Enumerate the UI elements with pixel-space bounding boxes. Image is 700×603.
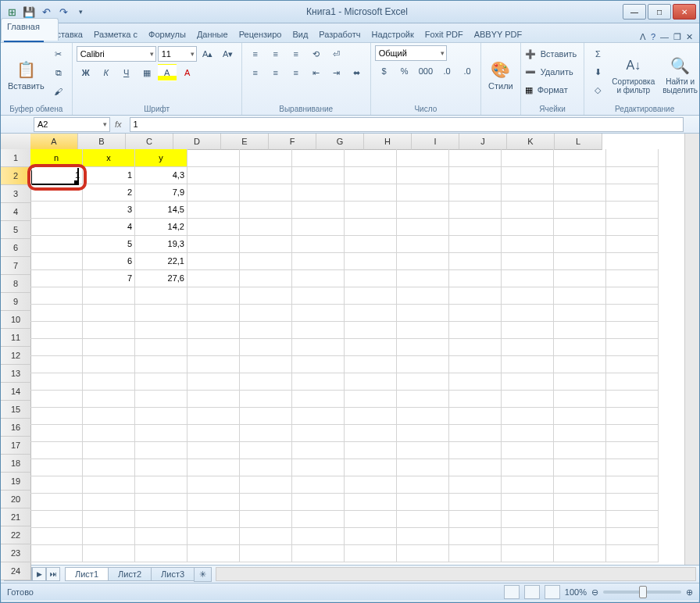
cell[interactable] [292, 390, 345, 408]
cell[interactable] [397, 510, 449, 528]
cell[interactable] [188, 441, 240, 459]
cell[interactable] [397, 149, 449, 167]
autosum-button[interactable]: Σ [588, 45, 607, 62]
cell[interactable] [345, 544, 397, 562]
cell[interactable] [30, 304, 83, 322]
cell[interactable] [554, 544, 606, 562]
border-button[interactable]: ▦ [138, 64, 156, 81]
format-painter-button[interactable]: 🖌 [49, 83, 68, 100]
cell[interactable] [345, 458, 397, 476]
cell[interactable] [188, 373, 240, 391]
cell[interactable] [292, 407, 345, 425]
cell[interactable] [397, 269, 449, 287]
formula-input[interactable]: 1 [130, 117, 684, 132]
cell[interactable] [188, 527, 240, 545]
column-header-I[interactable]: I [412, 134, 459, 150]
align-middle-button[interactable]: ≡ [266, 45, 285, 62]
cell[interactable] [345, 390, 397, 408]
cell[interactable] [188, 390, 240, 408]
redo-icon[interactable]: ↷ [57, 5, 70, 18]
cell[interactable] [292, 527, 345, 545]
cell[interactable] [135, 544, 188, 562]
cell[interactable] [502, 338, 554, 356]
cell[interactable] [345, 269, 397, 287]
cell[interactable] [240, 441, 292, 459]
view-page-layout-button[interactable] [524, 585, 540, 599]
cell[interactable] [292, 338, 345, 356]
cell[interactable] [135, 373, 188, 391]
cell[interactable] [292, 252, 345, 270]
cell[interactable] [240, 201, 292, 219]
cell[interactable] [397, 235, 449, 253]
row-header-17[interactable]: 17 [1, 437, 31, 455]
cell[interactable] [345, 338, 397, 356]
cell[interactable]: 2 [83, 184, 135, 202]
tab-data[interactable]: Данные [191, 27, 234, 42]
close-button[interactable]: ✕ [673, 4, 696, 20]
row-header-6[interactable]: 6 [1, 239, 31, 257]
styles-button[interactable]: 🎨 Стили [485, 45, 516, 104]
row-header-11[interactable]: 11 [1, 329, 31, 347]
tab-view[interactable]: Вид [287, 27, 313, 42]
cell[interactable] [449, 458, 502, 476]
row-header-19[interactable]: 19 [1, 473, 31, 491]
tab-review[interactable]: Рецензиро [234, 27, 288, 42]
cell[interactable] [240, 493, 292, 511]
cell[interactable] [188, 201, 240, 219]
cell[interactable] [554, 373, 606, 391]
cell[interactable] [606, 184, 659, 202]
save-icon[interactable]: 💾 [23, 5, 35, 18]
cell[interactable] [135, 510, 188, 528]
cell[interactable] [135, 458, 188, 476]
column-header-D[interactable]: D [173, 134, 221, 150]
cell[interactable] [502, 252, 554, 270]
tab-addins[interactable]: Надстройк [366, 27, 420, 42]
file-tab[interactable]: Файл [4, 27, 44, 42]
cell[interactable] [397, 493, 449, 511]
cell[interactable] [397, 544, 449, 562]
row-header-15[interactable]: 15 [1, 401, 31, 419]
mdi-close-icon[interactable]: ✕ [686, 32, 693, 42]
cell[interactable] [30, 269, 83, 287]
cell[interactable] [292, 373, 345, 391]
cell[interactable] [292, 287, 345, 305]
mdi-minimize-icon[interactable]: — [660, 32, 669, 42]
orientation-button[interactable]: ⟲ [307, 45, 326, 62]
cell[interactable] [30, 510, 83, 528]
cell[interactable] [554, 201, 606, 219]
cell[interactable] [554, 184, 606, 202]
cell[interactable] [345, 149, 397, 167]
cell[interactable] [502, 407, 554, 425]
cell[interactable]: 22,1 [135, 252, 188, 270]
cell[interactable] [397, 355, 449, 373]
cell[interactable] [188, 407, 240, 425]
grow-font-button[interactable]: A▴ [198, 45, 217, 62]
cell[interactable] [606, 166, 659, 184]
cell[interactable] [502, 149, 554, 167]
cell[interactable] [83, 390, 135, 408]
cell[interactable] [502, 544, 554, 562]
cell[interactable] [83, 287, 135, 305]
cell[interactable] [240, 338, 292, 356]
cell[interactable] [240, 458, 292, 476]
cell[interactable] [554, 407, 606, 425]
cell[interactable] [606, 235, 659, 253]
zoom-out-button[interactable]: ⊖ [591, 587, 598, 598]
cell[interactable] [83, 544, 135, 562]
cell[interactable] [345, 304, 397, 322]
cell[interactable] [397, 184, 449, 202]
horizontal-scrollbar[interactable] [216, 567, 696, 581]
row-header-23[interactable]: 23 [1, 544, 31, 562]
cell[interactable] [345, 355, 397, 373]
qat-more-icon[interactable]: ▾ [74, 5, 87, 18]
zoom-slider[interactable] [603, 591, 681, 594]
cell[interactable] [30, 321, 83, 339]
column-header-J[interactable]: J [459, 134, 507, 150]
cell[interactable] [449, 149, 502, 167]
cell[interactable] [188, 184, 240, 202]
zoom-thumb[interactable] [639, 586, 647, 598]
tab-formulas[interactable]: Формулы [143, 27, 191, 42]
cell[interactable] [240, 235, 292, 253]
cell[interactable] [30, 184, 83, 202]
merge-button[interactable]: ⬌ [348, 64, 366, 81]
